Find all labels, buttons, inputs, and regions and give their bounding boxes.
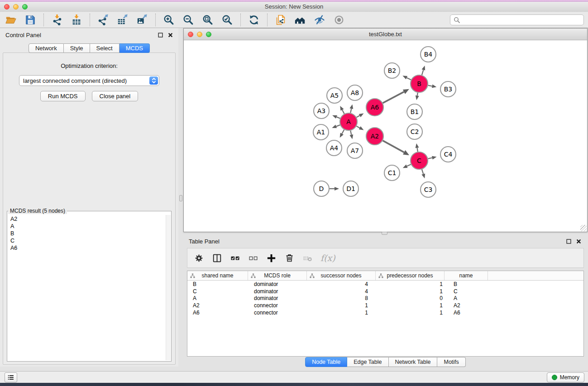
table-close-panel-icon[interactable] bbox=[576, 239, 581, 244]
table-tab-motifs[interactable]: Motifs bbox=[437, 357, 465, 367]
save-session-icon bbox=[24, 14, 36, 26]
mcds-result-item[interactable]: B bbox=[10, 230, 171, 237]
table-cell: 1 bbox=[376, 288, 445, 295]
export-table-button[interactable] bbox=[115, 13, 131, 27]
column-header-name[interactable]: name bbox=[445, 271, 488, 280]
table-row[interactable]: A6connector11A6 bbox=[187, 309, 583, 316]
column-header-shared-name[interactable]: shared name bbox=[187, 271, 248, 280]
table-row[interactable]: Cdominator41C bbox=[187, 288, 583, 295]
import-network-button[interactable] bbox=[49, 13, 65, 27]
workspace: Control Panel NetworkStyleSelectMCDS Opt… bbox=[0, 28, 588, 371]
mcds-result-item[interactable]: C bbox=[10, 237, 171, 244]
delete-column-icon bbox=[284, 253, 295, 263]
edge-arrowhead bbox=[359, 126, 364, 130]
new-network-from-selection-button[interactable] bbox=[272, 13, 289, 27]
open-session-button[interactable] bbox=[3, 13, 19, 27]
table-row[interactable]: A2connector11A2 bbox=[187, 302, 583, 309]
add-column-icon bbox=[266, 253, 277, 263]
zoom-out-button[interactable] bbox=[180, 13, 196, 27]
tab-style[interactable]: Style bbox=[64, 43, 90, 53]
search-box[interactable] bbox=[450, 14, 584, 25]
close-panel-icon[interactable] bbox=[168, 33, 173, 38]
save-session-button[interactable] bbox=[22, 13, 38, 27]
network-window-title: testGlobe.txt bbox=[184, 31, 587, 38]
column-layout-button[interactable] bbox=[212, 253, 222, 263]
export-image-button[interactable] bbox=[134, 13, 150, 27]
graph-node-label-A1: A1 bbox=[317, 129, 325, 136]
column-header-MCDS-role[interactable]: MCDS role bbox=[248, 271, 307, 280]
table-tabs: Node TableEdge TableNetwork TableMotifs bbox=[183, 357, 588, 367]
table-cell: A2 bbox=[445, 302, 488, 309]
graph-edge-C-C3 bbox=[422, 169, 423, 174]
optimization-criterion-select[interactable]: largest connected component (directed) bbox=[19, 75, 159, 86]
edge-arrowhead bbox=[332, 125, 337, 128]
table-tab-network-table[interactable]: Network Table bbox=[389, 357, 438, 367]
tab-network[interactable]: Network bbox=[29, 43, 64, 53]
column-header-predecessor-nodes[interactable]: predecessor nodes bbox=[376, 271, 445, 280]
zoom-fit-button[interactable] bbox=[200, 13, 216, 27]
export-network-button[interactable] bbox=[95, 13, 111, 27]
show-selected-button[interactable] bbox=[331, 13, 347, 27]
zoom-in-button[interactable] bbox=[161, 13, 177, 27]
mcds-result-title: MCDS result (5 nodes) bbox=[8, 208, 67, 214]
show-graphics-details-button[interactable] bbox=[292, 13, 308, 27]
zoom-selected-button[interactable] bbox=[219, 13, 235, 27]
graph-node-label-A7: A7 bbox=[351, 147, 359, 154]
mcds-result-item[interactable]: A2 bbox=[10, 215, 171, 223]
table-tab-edge-table[interactable]: Edge Table bbox=[347, 357, 388, 367]
session-title: Session: New Session bbox=[0, 3, 588, 10]
show-selected-icon bbox=[333, 14, 345, 26]
main-titlebar: Session: New Session bbox=[0, 2, 588, 12]
desktop-strip-bottom bbox=[0, 383, 588, 386]
result-scrollbar[interactable] bbox=[166, 215, 171, 360]
deselect-all-rows-button[interactable] bbox=[248, 253, 258, 263]
graph-node-label-C3: C3 bbox=[424, 186, 433, 193]
control-panel: Control Panel NetworkStyleSelectMCDS Opt… bbox=[0, 28, 178, 367]
refresh-network-button[interactable] bbox=[246, 13, 262, 27]
column-header-successor-nodes[interactable]: successor nodes bbox=[307, 271, 376, 280]
float-panel-icon[interactable] bbox=[158, 33, 163, 38]
graph-edge-B-B2 bbox=[406, 78, 411, 80]
main-toolbar bbox=[0, 12, 588, 28]
table-cell: 1 bbox=[376, 302, 445, 309]
vertical-splitter-handle[interactable] bbox=[179, 195, 182, 201]
search-input[interactable] bbox=[460, 16, 583, 24]
table-cell: 4 bbox=[307, 288, 376, 295]
delete-column-button[interactable] bbox=[284, 253, 295, 263]
hierarchy-icon bbox=[251, 273, 256, 278]
edge-arrowhead bbox=[340, 106, 344, 111]
graph-edge-C-C4 bbox=[428, 158, 432, 159]
graph-edge-A-A7 bbox=[350, 131, 351, 135]
import-table-button[interactable] bbox=[68, 13, 85, 27]
network-canvas[interactable]: B4B2BB3A5A8A6B1A3AC2A1A2A4A7C4CC1DD1C3 bbox=[184, 40, 587, 232]
table-settings-button[interactable] bbox=[194, 253, 204, 263]
mcds-result-list: A2ABCA6 bbox=[7, 214, 171, 252]
table-float-panel-icon[interactable] bbox=[566, 239, 571, 244]
refresh-network-icon bbox=[248, 14, 260, 26]
graph-edge-C-C1 bbox=[407, 164, 411, 166]
hide-selected-button[interactable] bbox=[311, 13, 328, 27]
table-cell: A bbox=[187, 295, 248, 301]
mcds-result-item[interactable]: A bbox=[10, 223, 171, 230]
table-row[interactable]: Bdominator41B bbox=[187, 281, 583, 288]
edge-arrowhead bbox=[332, 115, 337, 119]
toolbar-separator bbox=[155, 14, 156, 26]
add-column-button[interactable] bbox=[266, 253, 277, 263]
horizontal-splitter-handle[interactable] bbox=[382, 232, 387, 235]
table-cell: dominator bbox=[248, 288, 307, 295]
table-cell: C bbox=[187, 288, 248, 295]
run-mcds-button[interactable]: Run MCDS bbox=[40, 91, 86, 101]
window-resize-grip[interactable] bbox=[580, 225, 587, 231]
graph-node-label-A4: A4 bbox=[330, 144, 339, 152]
graph-edge-A-A8 bbox=[350, 109, 351, 113]
tab-mcds[interactable]: MCDS bbox=[120, 43, 150, 53]
memory-button[interactable]: Memory bbox=[547, 372, 584, 382]
task-history-button[interactable] bbox=[5, 372, 17, 382]
table-tab-node-table[interactable]: Node Table bbox=[305, 357, 347, 367]
table-row[interactable]: Adominator80A bbox=[187, 295, 583, 302]
mcds-result-item[interactable]: A6 bbox=[10, 244, 171, 252]
select-all-rows-button[interactable] bbox=[230, 253, 240, 263]
graph-node-label-D1: D1 bbox=[346, 185, 355, 192]
tab-select[interactable]: Select bbox=[90, 43, 120, 53]
close-panel-button[interactable]: Close panel bbox=[92, 91, 139, 101]
